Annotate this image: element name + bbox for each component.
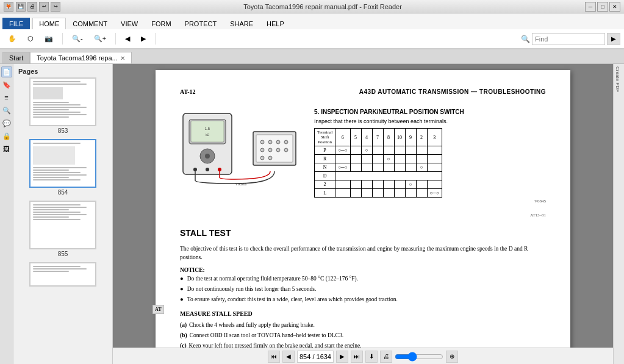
hand-tool-btn[interactable]: ✋ — [4, 33, 21, 45]
terminal-table: TerminalShiftPosition 6 5 4 7 8 10 9 2 — [314, 128, 442, 198]
ribbon-tabs: FILE HOME COMMENT VIEW FORM PROTECT SHAR… — [0, 13, 624, 29]
svg-point-20 — [276, 148, 280, 152]
row-N-5 — [350, 163, 361, 172]
right-panel-label[interactable]: Create PDF — [614, 64, 622, 95]
notice-label: NOTICE: — [180, 266, 546, 274]
maximize-button[interactable]: □ — [597, 2, 608, 12]
row-2-3 — [427, 180, 442, 189]
pdf-page-num: AT-12 — [180, 88, 196, 102]
next-page-btn-bottom[interactable]: ▶ — [336, 351, 348, 363]
tab-help[interactable]: HELP — [260, 18, 291, 29]
select-btn[interactable]: ⬡ — [23, 33, 38, 45]
find-icon: 🔍 — [521, 35, 530, 43]
tab-document[interactable]: Toyota Tacoma1996 repa... ✕ — [30, 52, 132, 63]
zoom-slider[interactable] — [395, 352, 443, 362]
window-controls: ─ □ ✕ — [585, 2, 620, 12]
inspection-area: 5. INSPECTION PARK/NEUTRAL POSITION SWIT… — [314, 107, 546, 204]
tab-document-label: Toyota Tacoma1996 repa... — [37, 54, 118, 62]
row-N-2: ○ — [416, 163, 427, 172]
row-R-3 — [427, 155, 442, 163]
page-thumb-855[interactable]: 855 — [16, 201, 110, 257]
row-P-6: ○─○ — [335, 146, 350, 155]
svg-point-22 — [260, 156, 264, 160]
last-page-btn[interactable]: ⏭ — [351, 351, 363, 363]
search-tool-icon[interactable]: 🔍 — [1, 105, 12, 116]
tab-close-icon[interactable]: ✕ — [120, 55, 125, 62]
title-bar: 🦊 💾 🖨 ↩ ↪ Toyota Tacoma1996 repair manua… — [0, 0, 624, 13]
row-L-3: ○─○ — [427, 189, 442, 198]
svg-point-18 — [260, 148, 264, 152]
col-7: 7 — [372, 129, 383, 146]
find-button[interactable]: ▶ — [607, 33, 620, 45]
zoom-fit-btn[interactable]: ⊕ — [446, 351, 458, 363]
row-R-4 — [361, 155, 372, 163]
notice-item-3: ● To ensure safety, conduct this test in… — [180, 295, 546, 304]
row-L-9 — [405, 189, 416, 198]
svg-point-14 — [260, 140, 264, 144]
page-thumb-856[interactable] — [16, 262, 110, 287]
pages-tool-icon[interactable]: 📄 — [1, 66, 12, 77]
tab-file[interactable]: FILE — [2, 18, 30, 29]
row-L-8 — [383, 189, 394, 198]
svg-point-19 — [268, 148, 272, 152]
next-page-btn[interactable]: ▶ — [137, 33, 150, 45]
close-button[interactable]: ✕ — [609, 2, 620, 12]
page-ref: AT13–81 — [180, 213, 546, 218]
row-R-6 — [335, 155, 350, 163]
undo-icon[interactable]: ↩ — [39, 2, 49, 12]
lock-tool-icon[interactable]: 🔒 — [1, 130, 12, 141]
pdf-viewer[interactable]: AT-12 A43D AUTOMATIC TRANSMISSION — TROU… — [113, 64, 613, 364]
prev-page-btn[interactable]: ◀ — [121, 33, 134, 45]
tab-share[interactable]: SHARE — [223, 18, 260, 29]
row-D-label: D — [315, 172, 335, 180]
svg-point-8 — [206, 168, 209, 171]
col-4: 4 — [361, 129, 372, 146]
window-title: Toyota Tacoma1996 repair manual.pdf - Fo… — [60, 3, 585, 10]
title-bar-left: 🦊 💾 🖨 ↩ ↪ — [4, 2, 60, 12]
bookmarks-tool-icon[interactable]: 🔖 — [1, 79, 12, 90]
layers-tool-icon[interactable]: ≡ — [1, 92, 12, 103]
row-N-9 — [405, 163, 416, 172]
print-icon[interactable]: 🖨 — [27, 2, 37, 12]
page-thumb-img-855 — [29, 201, 96, 249]
tab-form[interactable]: FORM — [145, 18, 178, 29]
tab-protect[interactable]: PROTECT — [178, 18, 224, 29]
image-tool-icon[interactable]: 🖼 — [1, 143, 12, 154]
nav-group: ✋ ⬡ 📷 — [4, 33, 63, 45]
tab-comment[interactable]: COMMENT — [66, 18, 114, 29]
page-number-input[interactable] — [297, 351, 334, 363]
tab-start[interactable]: Start — [2, 52, 30, 63]
prev-page-btn[interactable]: ◀ — [282, 351, 295, 363]
print-btn-bottom[interactable]: 🖨 — [380, 351, 392, 363]
row-N-10 — [394, 163, 405, 172]
first-page-btn[interactable]: ⏮ — [268, 351, 280, 363]
row-R-7 — [372, 155, 383, 163]
row-N-8 — [383, 163, 394, 172]
row-N-7 — [372, 163, 383, 172]
snapshot-btn[interactable]: 📷 — [40, 33, 57, 45]
page-thumb-854[interactable]: 854 — [16, 139, 110, 196]
row-2-4 — [361, 180, 372, 189]
redo-icon[interactable]: ↪ — [51, 2, 60, 12]
download-btn[interactable]: ⬇ — [365, 351, 378, 363]
save-icon[interactable]: 💾 — [16, 2, 26, 12]
zoom-group: 🔍- 🔍+ — [68, 33, 116, 45]
find-input[interactable] — [532, 33, 605, 45]
svg-text:Y 90206: Y 90206 — [235, 182, 247, 186]
ribbon: FILE HOME COMMENT VIEW FORM PROTECT SHAR… — [0, 13, 624, 49]
svg-point-16 — [276, 140, 280, 144]
diagram-area: 1.5 kΩ — [180, 107, 302, 204]
row-2-8 — [383, 180, 394, 189]
step-a-text: Chock the 4 wheels and fully apply the p… — [189, 321, 315, 329]
page-header: AT-12 A43D AUTOMATIC TRANSMISSION — TROU… — [180, 88, 546, 102]
tab-home[interactable]: HOME — [32, 18, 66, 29]
zoom-out-btn[interactable]: 🔍- — [68, 33, 87, 45]
comments-tool-icon[interactable]: 💬 — [1, 118, 12, 129]
step-b-text: Connect OBD II scan tool or TOYOTA hand–… — [190, 331, 343, 340]
row-N-label: N — [315, 163, 335, 172]
tab-view[interactable]: VIEW — [114, 18, 145, 29]
row-2-2 — [416, 180, 427, 189]
zoom-in-btn[interactable]: 🔍+ — [90, 33, 110, 45]
minimize-button[interactable]: ─ — [585, 2, 596, 12]
page-thumb-853[interactable]: 853 — [16, 77, 110, 134]
